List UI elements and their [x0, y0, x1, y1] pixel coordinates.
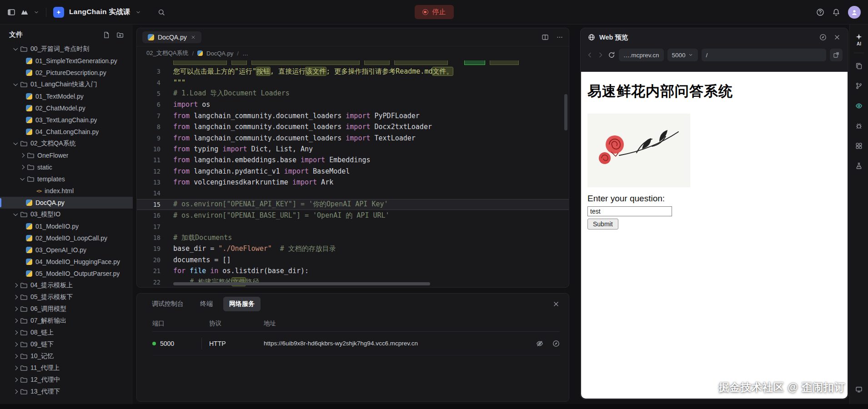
tree-item[interactable]: 09_链下 [0, 339, 133, 350]
tree-item[interactable]: 02_ModelIO_LoopCall.py [0, 232, 133, 244]
stop-button[interactable]: 停止 [415, 5, 454, 19]
tree-item[interactable]: 10_记忆 [0, 350, 133, 362]
question-input[interactable] [587, 206, 672, 216]
tree-item[interactable]: 08_链上 [0, 327, 133, 339]
code-editor[interactable]: 3您可以点击最上方的"运行"按钮, 直接运行该文件; 更多操作指引请参考Read… [137, 60, 569, 287]
monitor-icon [855, 386, 863, 393]
app-logo-icon[interactable] [20, 8, 29, 16]
tree-item[interactable]: 02_PictureDescription.py [0, 67, 133, 79]
flask-button[interactable] [850, 156, 868, 176]
tree-item[interactable]: 01_TextModel.py [0, 90, 133, 102]
new-folder-button[interactable] [116, 31, 124, 39]
project-caret-icon[interactable] [135, 10, 141, 15]
ports-table: 端口协议地址 5000HTTPhttps://6uib9x8r-hd6qkbrs… [152, 315, 560, 355]
tree-item[interactable]: static [0, 161, 133, 173]
monitor-button[interactable] [850, 379, 868, 399]
tree-item[interactable]: 01_LangChain快速入门 [0, 79, 133, 90]
open-window-button[interactable] [830, 49, 843, 61]
chevron-icon [13, 389, 18, 394]
tree-item[interactable]: 12_代理中 [0, 374, 133, 386]
open-in-browser-button[interactable] [819, 34, 827, 41]
tree-item[interactable]: 04_提示模板上 [0, 279, 133, 291]
editor-tab-bar: DocQA.py [137, 28, 569, 46]
tree-item[interactable]: templates [0, 173, 133, 185]
editor-panel: DocQA.py 02_文档QA系统/DocQA.py/… 3您可以点击最上方的… [136, 28, 569, 288]
code-line: 13from volcenginesdkarkruntime import Ar… [137, 177, 569, 188]
preview-toolbar: ….mcprev.cn 5000 / [581, 46, 848, 64]
editor-more-button[interactable] [556, 34, 563, 41]
copy-button[interactable] [850, 56, 868, 76]
bottom-panel: 调试控制台终端网络服务 端口协议地址 5000HTTPhttps://6uib9… [136, 293, 569, 402]
notifications-button[interactable] [832, 8, 840, 16]
tree-item-label: 03_OpenAI_IO.py [35, 246, 86, 254]
tree-item[interactable]: 02_ChatModel.py [0, 102, 133, 114]
code-line: 5# 1.Load 导入Document Loaders [137, 88, 569, 99]
split-editor-button[interactable] [542, 34, 549, 41]
preview-eye-button[interactable] [536, 340, 543, 347]
panel-close-button[interactable] [552, 300, 560, 308]
tree-item[interactable]: 04_ChatLongChain.py [0, 126, 133, 138]
git-branch-button[interactable] [850, 76, 868, 96]
submit-button[interactable]: Submit [587, 219, 618, 229]
tree-item[interactable]: DocQA.py [0, 197, 133, 209]
search-button[interactable] [158, 9, 165, 16]
tree-item[interactable]: 00_开篇词_奇点时刻 [0, 43, 133, 55]
breadcrumb-item[interactable]: 02_文档QA系统 [146, 49, 188, 57]
port-row: 5000HTTPhttps://6uib9x8r-hd6qkbrs-wy2shj… [152, 332, 560, 355]
tree-item[interactable]: <>index.html [0, 185, 133, 197]
file-tab[interactable]: DocQA.py [142, 31, 201, 43]
grid-button[interactable] [850, 136, 868, 156]
file-explorer: 文件 00_开篇词_奇点时刻01_SimpleTextGeneration.py… [0, 25, 133, 404]
chevron-icon [13, 140, 18, 145]
folder-icon [20, 140, 27, 147]
tree-item-label: 12_代理中 [30, 376, 60, 384]
eye-button[interactable] [850, 96, 868, 116]
panel-tab[interactable]: 终端 [194, 297, 219, 311]
horizontal-scrollbar[interactable] [173, 282, 430, 285]
refresh-button[interactable] [608, 51, 615, 59]
open-compass-button[interactable] [552, 340, 560, 347]
breadcrumb-item[interactable]: DocQA.py [206, 50, 233, 57]
tree-item[interactable]: 02_文档QA系统 [0, 138, 133, 150]
column-header: 端口 [152, 319, 201, 328]
panel-tab[interactable]: 网络服务 [223, 297, 261, 311]
tree-item[interactable]: 07_解析输出 [0, 315, 133, 327]
port-select[interactable]: 5000 [667, 49, 698, 61]
tree-item[interactable]: 11_代理上 [0, 362, 133, 374]
tree-item[interactable]: 13_代理下 [0, 386, 133, 398]
help-button[interactable] [816, 8, 824, 16]
tree-item[interactable]: 03_模型IO [0, 209, 133, 220]
logo-caret-icon[interactable] [34, 10, 39, 15]
project-name[interactable]: LangChain 实战课 [69, 7, 130, 17]
url-host-box[interactable]: ….mcprev.cn [619, 49, 664, 61]
tree-item[interactable]: OneFlower [0, 150, 133, 161]
back-button[interactable] [586, 51, 593, 59]
breadcrumb[interactable]: 02_文档QA系统/DocQA.py/… [137, 46, 569, 60]
chevron-icon [13, 342, 18, 346]
tree-item[interactable]: 01_ModelIO.py [0, 220, 133, 232]
path-input[interactable]: / [702, 49, 826, 61]
forward-button[interactable] [597, 51, 604, 59]
sidebar-toggle-button[interactable] [7, 8, 15, 16]
tree-item[interactable]: 05_ModelIO_OutputParser.py [0, 268, 133, 279]
tree-item[interactable]: 04_ModelIO_HuggingFace.py [0, 256, 133, 268]
tree-item[interactable]: 05_提示模板下 [0, 291, 133, 303]
new-file-button[interactable] [103, 31, 110, 39]
port-url[interactable]: https://6uib9x8r-hd6qkbrs-wy2shjk7hg94.v… [264, 340, 418, 347]
ai-sparkle-button[interactable]: AI [850, 28, 868, 51]
tree-item[interactable]: 03_TextLangChain.py [0, 114, 133, 126]
breadcrumb-separator: / [192, 50, 194, 57]
tree-item[interactable]: 01_SimpleTextGeneration.py [0, 55, 133, 67]
user-avatar[interactable] [848, 6, 861, 19]
vertical-scrollbar[interactable] [564, 94, 567, 130]
code-line: 20documents = [] [137, 254, 569, 265]
panel-tab[interactable]: 调试控制台 [146, 297, 190, 311]
bug-button[interactable] [850, 116, 868, 136]
tree-item[interactable]: 03_OpenAI_IO.py [0, 244, 133, 256]
tab-close-icon[interactable] [191, 35, 196, 40]
breadcrumb-item[interactable]: … [242, 50, 248, 57]
stop-icon [422, 9, 428, 15]
preview-close-button[interactable] [833, 34, 841, 41]
tree-item[interactable]: 06_调用模型 [0, 303, 133, 315]
top-bar: LangChain 实战课 停止 [0, 0, 868, 25]
